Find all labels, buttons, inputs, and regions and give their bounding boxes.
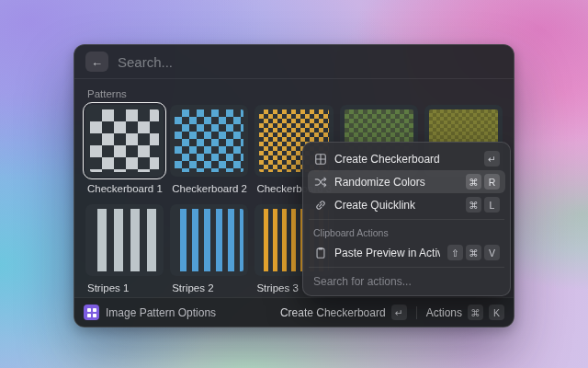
actions-menu: Create Checkerboard ↵ Randomize Colors ⌘… xyxy=(302,142,511,296)
pattern-cell: Checkerboard 1 xyxy=(85,105,164,204)
footer-actions: Create Checkerboard ↵ Actions ⌘ K xyxy=(280,305,504,320)
pattern-tile-checkerboard-2[interactable] xyxy=(170,105,248,177)
menu-item-label: Create Quicklink xyxy=(334,199,415,212)
checkerboard-1-preview xyxy=(90,109,159,172)
launcher-window: ← Search... Patterns Checkerboard 1 Chec… xyxy=(74,44,514,328)
checkerboard-icon xyxy=(313,153,327,166)
cmd-key-badge: ⌘ xyxy=(466,197,481,213)
r-key-badge: R xyxy=(484,174,500,190)
pattern-label: Stripes 2 xyxy=(172,282,248,294)
actions-search-input[interactable]: Search for actions... xyxy=(308,270,505,291)
back-button[interactable]: ← xyxy=(85,52,108,72)
shuffle-icon xyxy=(313,176,327,189)
desktop-background: ← Search... Patterns Checkerboard 1 Chec… xyxy=(0,0,588,368)
menu-item-paste-preview[interactable]: Paste Preview in Active App ⇧ ⌘ V xyxy=(308,241,505,264)
menu-divider xyxy=(309,219,504,220)
clipboard-icon xyxy=(313,247,327,259)
k-key-badge: K xyxy=(489,305,504,320)
stripes-2-preview xyxy=(175,209,243,271)
actions-button[interactable]: Actions xyxy=(426,306,462,319)
search-input[interactable]: Search... xyxy=(118,54,173,70)
menu-item-randomize-colors[interactable]: Randomize Colors ⌘ R xyxy=(308,170,505,193)
extension-name: Image Pattern Options xyxy=(106,306,216,319)
checkerboard-2-preview xyxy=(175,109,243,172)
shortcut-keys: ⌘ R xyxy=(466,174,500,190)
menu-item-label: Paste Preview in Active App xyxy=(334,247,440,259)
pattern-tile-stripes-1[interactable] xyxy=(85,204,164,276)
search-header: ← Search... xyxy=(74,45,514,79)
shift-key-badge: ⇧ xyxy=(447,245,463,260)
primary-action-button[interactable]: Create Checkerboard xyxy=(280,306,386,319)
pattern-label: Checkerboard 1 xyxy=(87,183,164,195)
pattern-label: Checkerboard 2 xyxy=(172,183,248,195)
return-key-badge: ↵ xyxy=(391,305,407,320)
link-icon xyxy=(313,199,327,212)
shortcut-keys: ⇧ ⌘ V xyxy=(447,245,500,260)
pattern-cell: Stripes 1 xyxy=(85,204,164,304)
pattern-tile-checkerboard-1[interactable] xyxy=(85,105,164,177)
section-label-patterns: Patterns xyxy=(87,88,503,99)
status-bar: Image Pattern Options Create Checkerboar… xyxy=(74,297,514,327)
return-key-badge: ↵ xyxy=(484,151,500,167)
pattern-cell: Checkerboard 2 xyxy=(170,105,248,204)
pattern-label: Stripes 1 xyxy=(87,282,164,294)
l-key-badge: L xyxy=(484,197,500,213)
cmd-key-badge: ⌘ xyxy=(468,305,483,320)
cmd-key-badge: ⌘ xyxy=(466,174,481,190)
stripes-1-preview xyxy=(90,209,159,271)
cmd-key-badge: ⌘ xyxy=(466,245,481,260)
menu-item-label: Create Checkerboard xyxy=(334,153,440,166)
pattern-cell: Stripes 2 xyxy=(170,204,248,304)
shortcut-keys: ⌘ L xyxy=(466,197,500,213)
menu-divider xyxy=(309,267,504,268)
menu-section-clipboard-actions: Clipboard Actions xyxy=(308,223,505,241)
pattern-tile-stripes-2[interactable] xyxy=(170,204,248,276)
menu-item-create-quicklink[interactable]: Create Quicklink ⌘ L xyxy=(308,193,505,216)
v-key-badge: V xyxy=(484,245,500,260)
menu-item-create-checkerboard[interactable]: Create Checkerboard ↵ xyxy=(308,147,505,170)
back-arrow-icon: ← xyxy=(91,55,103,69)
shortcut-keys: ↵ xyxy=(484,151,500,167)
footer-divider xyxy=(416,306,417,319)
extension-icon xyxy=(84,305,99,320)
menu-item-label: Randomize Colors xyxy=(334,176,425,189)
